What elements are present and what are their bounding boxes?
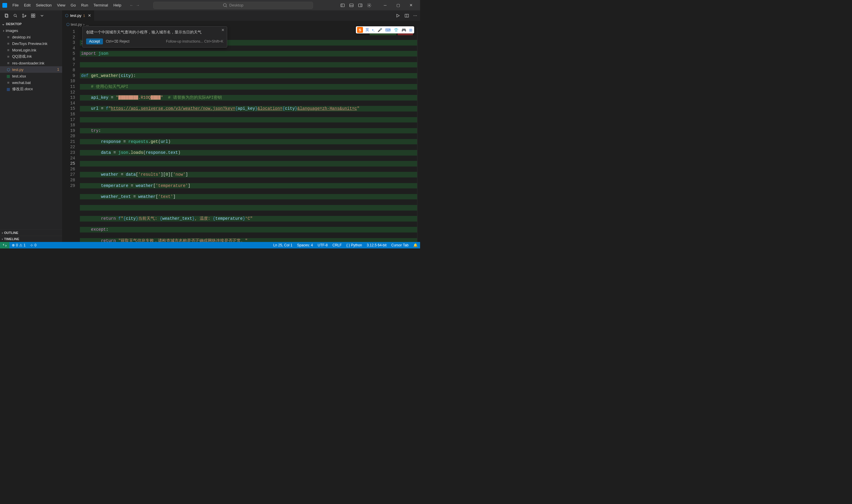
code-content[interactable]: Ctrl+Shift+Y Ctrl+N import requests impo… xyxy=(80,28,417,242)
file-item[interactable]: ≡ DevToys Preview.lnk xyxy=(0,40,62,47)
search-sidebar-icon[interactable] xyxy=(13,13,18,18)
svg-rect-19 xyxy=(33,16,35,17)
ime-game-icon[interactable]: 🎮 xyxy=(401,28,407,32)
file-item[interactable]: ≡ QQ游戏.lnk xyxy=(0,53,62,60)
ports-item[interactable]: ⊹0 xyxy=(28,243,39,247)
menubar: File Edit Selection View Go Run Terminal… xyxy=(10,2,124,8)
python-version[interactable]: 3.12.5 64-bit xyxy=(364,243,389,247)
app-logo-icon xyxy=(2,3,7,8)
svg-rect-18 xyxy=(31,16,33,17)
minimap[interactable] xyxy=(417,28,420,242)
sidebar-toolbar xyxy=(0,10,62,21)
search-placeholder: Desktop xyxy=(229,3,243,7)
accept-button[interactable]: Accept xyxy=(86,38,103,44)
file-item[interactable]: ≡ desktop.ini xyxy=(0,34,62,40)
command-center[interactable]: Desktop xyxy=(153,2,313,9)
file-item-active[interactable]: ⬡ test.py 1 xyxy=(0,66,62,73)
encoding[interactable]: UTF-8 xyxy=(315,243,330,247)
close-icon[interactable]: ✕ xyxy=(221,28,224,32)
ime-keyboard-icon[interactable]: ⌨ xyxy=(385,28,392,32)
folder-item[interactable]: › images xyxy=(0,27,62,34)
line-gutter: 1234567891011121314151617181920212223242… xyxy=(62,28,80,242)
file-item[interactable]: ≡ wechat.bat xyxy=(0,79,62,86)
file-name: test.py xyxy=(12,68,23,72)
file-name: DevToys Preview.lnk xyxy=(12,41,47,46)
gear-icon[interactable] xyxy=(367,3,371,8)
tab-close-icon[interactable]: ✕ xyxy=(88,13,91,18)
split-editor-icon[interactable] xyxy=(404,13,409,18)
reject-button[interactable]: Ctrl+⌫ Reject xyxy=(106,39,130,43)
svg-point-14 xyxy=(22,16,24,17)
menu-go[interactable]: Go xyxy=(68,2,78,8)
file-item[interactable]: ▦ 修改后.docx xyxy=(0,86,62,92)
extensions-icon[interactable] xyxy=(31,13,36,18)
menu-terminal[interactable]: Terminal xyxy=(91,2,110,8)
run-icon[interactable] xyxy=(396,13,400,18)
svg-rect-17 xyxy=(33,14,35,15)
shortcut-file-icon: ≡ xyxy=(6,54,11,59)
ime-skin-icon[interactable]: 👕 xyxy=(393,28,399,32)
editor-area: ⬡ test.py 1 ✕ ⋯ ⬡ test.py › ... ✕ 创建一个中国… xyxy=(62,10,420,242)
ime-punct-icon[interactable]: •, xyxy=(371,28,375,32)
nav-arrows: ← → xyxy=(130,3,140,7)
minimize-icon[interactable]: ─ xyxy=(379,1,392,10)
menu-help[interactable]: Help xyxy=(111,2,124,8)
svg-point-0 xyxy=(223,3,226,6)
source-control-icon[interactable] xyxy=(22,13,26,18)
explorer-icon[interactable] xyxy=(4,13,9,18)
timeline-label: TIMELINE xyxy=(4,237,19,241)
explorer-header[interactable]: ⌄ DESKTOP xyxy=(0,21,62,27)
file-item[interactable]: ≡ res-downloader.lnk xyxy=(0,60,62,66)
menu-edit[interactable]: Edit xyxy=(22,2,33,8)
tab-current[interactable]: ⬡ test.py 1 ✕ xyxy=(62,10,94,21)
remote-icon xyxy=(3,243,7,247)
language-mode[interactable]: { } Python xyxy=(344,243,364,247)
svg-point-13 xyxy=(22,14,24,15)
menu-view[interactable]: View xyxy=(55,2,68,8)
panel-bottom-icon[interactable] xyxy=(349,3,354,8)
outline-section[interactable]: › OUTLINE xyxy=(0,230,62,236)
timeline-section[interactable]: › TIMELINE xyxy=(0,236,62,242)
indentation[interactable]: Spaces: 4 xyxy=(295,243,315,247)
menu-run[interactable]: Run xyxy=(79,2,91,8)
code-editor[interactable]: 1234567891011121314151617181920212223242… xyxy=(62,28,420,242)
cursor-tab[interactable]: Cursor Tab xyxy=(389,243,411,247)
svg-rect-2 xyxy=(341,4,344,7)
window-controls: ─ ▢ ✕ xyxy=(379,1,418,10)
ime-mic-icon[interactable]: 🎤 xyxy=(377,28,383,32)
more-icon[interactable]: ⋯ xyxy=(413,13,417,18)
followup-hint: Follow-up instructions... Ctrl+Shift+K xyxy=(166,39,223,43)
file-item[interactable]: ▦ test.xlsx xyxy=(0,73,62,79)
svg-line-12 xyxy=(16,16,17,17)
chevron-down-icon: ⌄ xyxy=(2,22,5,26)
close-icon[interactable]: ✕ xyxy=(405,1,418,10)
nav-forward-icon[interactable]: → xyxy=(136,3,140,7)
file-item[interactable]: ≡ MoreLogin.lnk xyxy=(0,47,62,53)
panel-left-icon[interactable] xyxy=(340,3,345,8)
remote-button[interactable] xyxy=(0,242,10,249)
notifications-icon[interactable]: 🔔 xyxy=(411,243,420,247)
menu-selection[interactable]: Selection xyxy=(33,2,54,8)
python-file-icon: ⬡ xyxy=(65,13,68,18)
shortcut-file-icon: ≡ xyxy=(6,41,11,46)
ime-lang[interactable]: 英 xyxy=(365,27,370,33)
cursor-position[interactable]: Ln 25, Col 1 xyxy=(271,243,295,247)
sidebar: ⌄ DESKTOP › images ≡ desktop.ini ≡ DevTo… xyxy=(0,10,62,242)
ini-file-icon: ≡ xyxy=(6,35,11,39)
python-file-icon: ⬡ xyxy=(6,68,11,72)
menu-file[interactable]: File xyxy=(10,2,21,8)
ime-toolbar[interactable]: S 英 •, 🎤 ⌨ 👕 🎮 ⊞ xyxy=(356,26,414,33)
problems-item[interactable]: ⊗0 ⚠1 xyxy=(10,243,28,247)
svg-point-11 xyxy=(14,14,16,17)
outline-label: OUTLINE xyxy=(4,231,18,235)
breadcrumb-separator: › xyxy=(83,22,84,26)
nav-back-icon[interactable]: ← xyxy=(130,3,133,7)
chevron-down-icon[interactable] xyxy=(40,13,44,18)
svg-line-1 xyxy=(226,6,227,7)
file-name: res-downloader.lnk xyxy=(12,61,44,65)
panel-right-icon[interactable] xyxy=(358,3,363,8)
maximize-icon[interactable]: ▢ xyxy=(392,1,405,10)
eol[interactable]: CRLF xyxy=(330,243,344,247)
error-icon: ⊗ xyxy=(12,243,15,247)
ime-toolbox-icon[interactable]: ⊞ xyxy=(409,28,413,32)
